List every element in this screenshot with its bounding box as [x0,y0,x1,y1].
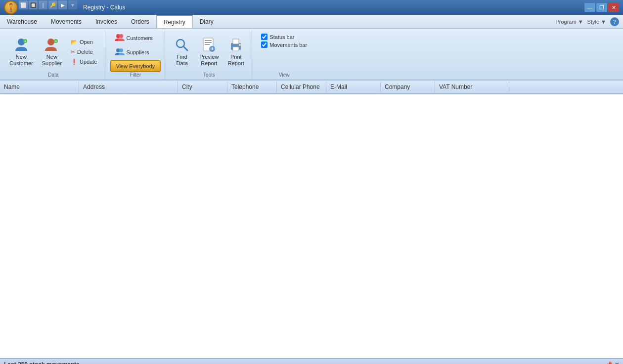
ribbon-small-group-data: 📂 Open ✂ Delete ❗ Update [67,38,100,67]
main-table-header: Name Address City Telephone Cellular Pho… [0,81,623,94]
ribbon: + NewCustomer + NewSupplier [0,29,623,81]
print-report-button[interactable]: PrintReport [224,35,248,69]
new-supplier-label: NewSupplier [42,54,62,67]
menu-item-invoices[interactable]: Invoices [89,15,124,28]
toolbar-icon-2[interactable]: 🔲 [29,0,38,9]
ribbon-data-buttons: + NewCustomer + NewSupplier [6,32,101,72]
status-bar-checkbox[interactable]: Status bar [261,34,307,40]
toolbar-icon-5[interactable]: ▶ [58,0,67,9]
open-label: Open [80,39,93,45]
title-bar-left-icons: 🧍 ⬜ 🔲 | 🔑 ▶ ▼ [4,0,77,14]
ribbon-group-data: + NewCustomer + NewSupplier [2,31,105,80]
new-supplier-icon: + [44,37,60,53]
svg-rect-14 [205,42,212,43]
new-customer-button[interactable]: + NewCustomer [6,35,37,69]
col-header-company: Company [381,81,435,92]
customers-filter-icon [115,34,125,42]
suppliers-filter-label: Suppliers [127,49,149,55]
col-header-email: E-Mail [326,81,381,92]
program-menu[interactable]: Program ▼ [555,19,583,25]
svg-point-21 [239,44,241,46]
toolbar-icon-3[interactable]: | [39,0,47,9]
print-report-icon [228,37,244,53]
ribbon-group-view: Status bar Movements bar View [253,31,315,80]
toolbar-icon-1[interactable]: ⬜ [19,0,28,9]
ribbon-group-filter: Customers Suppliers View Everybody Filte… [106,31,166,80]
svg-text:👁: 👁 [211,47,215,51]
view-checkboxes: Status bar Movements bar [257,32,311,50]
maximize-button[interactable]: ❐ [596,3,607,12]
update-label: Update [80,59,97,65]
bottom-panel: Last 250 stock movements 📌 ✕ Number Date… [0,358,623,364]
ribbon-group-tools-label: Tools [170,72,248,79]
movements-bar-checkbox-label: Movements bar [269,42,307,48]
view-everybody-label: View Everybody [116,63,155,69]
movements-bar-checkbox[interactable]: Movements bar [261,41,307,48]
suppliers-filter-button[interactable]: Suppliers [110,46,161,59]
bottom-panel-title: Last 250 stock movements [4,361,80,364]
bottom-panel-pin-icon[interactable]: 📌 [606,362,613,364]
delete-button[interactable]: ✂ Delete [67,47,100,57]
close-button[interactable]: ✕ [608,3,619,12]
main-table-area: Name Address City Telephone Cellular Pho… [0,81,623,358]
customers-filter-label: Customers [127,35,153,41]
svg-text:+: + [24,40,26,43]
status-bar-checkbox-input[interactable] [261,34,267,40]
new-customer-icon: + [13,37,29,53]
main-table-rows [0,94,623,358]
preview-report-label: PreviewReport [199,54,219,67]
ribbon-group-tools: FindData 👁 PreviewReport [166,31,252,80]
status-bar-checkbox-label: Status bar [269,34,294,40]
delete-label: Delete [77,49,93,55]
toolbar-icon-4[interactable]: 🔑 [48,0,57,9]
menu-item-diary[interactable]: Diary [193,15,221,28]
suppliers-filter-icon [115,48,125,57]
title-text: Registry - Calus [83,4,125,11]
find-data-button[interactable]: FindData [170,35,194,69]
view-everybody-button[interactable]: View Everybody [110,60,161,72]
menu-right: Program ▼ Style ▼ ? [555,17,623,26]
customers-filter-button[interactable]: Customers [110,32,161,44]
col-header-address: Address [79,81,178,92]
ribbon-filter-buttons: Customers Suppliers View Everybody [110,32,161,72]
svg-line-11 [183,46,187,50]
toolbar-icon-6: ▼ [68,0,77,9]
col-header-vat: VAT Number [435,81,509,92]
update-button[interactable]: ❗ Update [67,57,100,67]
col-header-city: City [178,81,227,92]
col-header-telephone: Telephone [227,81,277,92]
find-data-label: FindData [177,54,188,67]
menu-item-warehouse[interactable]: Warehouse [0,15,44,28]
menu-item-movements[interactable]: Movements [44,15,89,28]
preview-report-icon: 👁 [201,37,217,53]
open-button[interactable]: 📂 Open [67,38,100,47]
bottom-panel-close-icon[interactable]: ✕ [615,362,619,364]
svg-rect-13 [205,40,212,41]
delete-icon: ✂ [71,49,75,55]
movements-bar-checkbox-input[interactable] [261,41,267,48]
menu-item-orders[interactable]: Orders [124,15,156,28]
style-menu[interactable]: Style ▼ [587,19,606,25]
new-supplier-button[interactable]: + NewSupplier [39,35,65,69]
title-bar-left: 🧍 ⬜ 🔲 | 🔑 ▶ ▼ Registry - Calus [4,0,125,14]
preview-report-button[interactable]: 👁 PreviewReport [196,35,222,69]
svg-rect-20 [233,47,239,51]
svg-point-9 [119,48,123,52]
ribbon-group-view-label: View [257,72,311,79]
find-data-icon [174,37,190,53]
help-button[interactable]: ? [610,17,619,26]
ribbon-group-data-label: Data [6,72,101,79]
menu-item-registry[interactable]: Registry [156,15,193,28]
col-header-name: Name [0,81,79,92]
svg-point-3 [47,39,54,45]
svg-point-7 [119,34,123,38]
print-report-label: PrintReport [228,54,244,67]
minimize-button[interactable]: — [584,3,595,12]
ribbon-tools-buttons: FindData 👁 PreviewReport [170,32,248,72]
new-customer-label: NewCustomer [9,54,33,67]
col-header-cellular: Cellular Phone [277,81,326,92]
svg-rect-15 [205,44,210,45]
title-bar: 🧍 ⬜ 🔲 | 🔑 ▶ ▼ Registry - Calus — ❐ ✕ [0,0,623,15]
title-bar-buttons: — ❐ ✕ [584,3,619,12]
menu-bar: Warehouse Movements Invoices Orders Regi… [0,15,623,29]
